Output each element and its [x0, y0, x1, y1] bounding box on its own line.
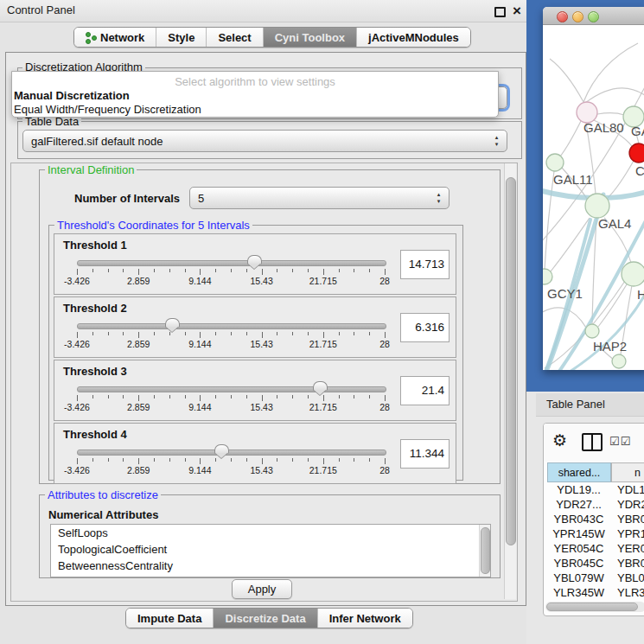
tab-network[interactable]: Network [74, 28, 156, 47]
checkboxes-icon[interactable]: ☑☑ [609, 435, 631, 448]
network-node-label: C [635, 163, 644, 178]
control-panel: Control Panel × NetworkStyleSelectCyni T… [0, 0, 527, 644]
vertical-scrollbar-thumb[interactable] [506, 177, 516, 545]
tick-mark [262, 458, 263, 464]
cell-shared-name: YDL19... [547, 482, 610, 497]
tick-mark [215, 332, 216, 335]
network-node-label: GAL80 [583, 120, 624, 135]
bottom-tab-discretize-data[interactable]: Discretize Data [213, 609, 316, 628]
algorithm-option[interactable]: Manual Discretization [14, 89, 130, 102]
table-row[interactable]: YLR345WYLR3 [547, 585, 644, 600]
table-toolbar: ⚙ ☑☑ [544, 424, 644, 462]
network-node-label: GAL11 [553, 172, 593, 187]
table-row[interactable]: YPR145WYPR1 [547, 526, 644, 541]
attribute-list-item[interactable]: BetweennessCentrality [51, 558, 490, 574]
tick-mark [369, 269, 370, 272]
vertical-scrollbar[interactable] [504, 163, 516, 599]
threshold-value-field[interactable]: 21.4 [400, 376, 450, 405]
tick-label: -3.426 [64, 276, 90, 286]
tick-mark [323, 458, 324, 464]
bottom-tab-impute-data[interactable]: Impute Data [126, 609, 213, 628]
tick-label: 21.715 [309, 339, 337, 349]
tick-mark [277, 458, 277, 462]
threshold-slider-thumb[interactable] [313, 381, 328, 391]
panel-title: Control Panel [7, 3, 75, 16]
column-header-shared[interactable]: shared... [547, 462, 611, 482]
tick-label: 2.859 [127, 276, 150, 286]
tick-mark [215, 395, 216, 399]
table-data-combobox[interactable]: galFiltered.sif default node ▴▾ [22, 130, 507, 152]
column-header-name[interactable]: n [611, 462, 644, 482]
cell-shared-name: YER054C [547, 541, 610, 556]
network-edge [585, 88, 644, 103]
stepper-arrows-icon: ▴▾ [435, 191, 443, 205]
float-window-icon[interactable] [494, 7, 506, 17]
tab-select[interactable]: Select [206, 28, 262, 47]
tick-mark [231, 332, 232, 335]
threshold-panel: Threshold 2-3.4262.8599.14415.4321.71528… [54, 296, 456, 358]
tab-style[interactable]: Style [156, 28, 206, 47]
threshold-slider-thumb[interactable] [214, 444, 229, 454]
threshold-value-field[interactable]: 11.344 [400, 439, 450, 469]
network-canvas[interactable]: GAL80GACGAL11GAL4GCY1HHAP2 [543, 24, 644, 370]
threshold-label: Threshold 2 [63, 302, 127, 315]
mac-zoom-icon[interactable] [588, 11, 599, 22]
tick-mark [277, 332, 277, 335]
list-scrollbar[interactable] [479, 525, 490, 577]
tick-mark [169, 395, 170, 399]
columns-icon[interactable] [582, 433, 603, 451]
tick-mark [246, 332, 247, 335]
threshold-slider-track[interactable] [77, 386, 386, 392]
threshold-slider-track[interactable] [77, 260, 386, 266]
threshold-slider-thumb[interactable] [247, 255, 262, 265]
table-row[interactable]: YBR045CYBR0 [547, 556, 644, 571]
network-graph: GAL80GACGAL11GAL4GCY1HHAP2 [543, 24, 644, 370]
network-node-gal11[interactable] [546, 154, 564, 171]
attribute-list-item[interactable]: SelfLoops [51, 525, 490, 541]
network-window-titlebar[interactable] [543, 7, 644, 25]
mac-minimize-icon[interactable] [572, 11, 583, 22]
mac-close-icon[interactable] [557, 11, 568, 22]
horizontal-scrollbar-thumb[interactable] [546, 603, 638, 611]
threshold-slider-track[interactable] [77, 450, 386, 456]
tick-label: 21.715 [309, 402, 337, 412]
thresholds-group-legend: Threshold's Coordinates for 5 Intervals [54, 219, 252, 232]
table-row[interactable]: YBR043CYBR0 [547, 512, 644, 526]
slider-tick-labels: -3.4262.8599.14415.4321.71528 [77, 276, 385, 287]
algorithm-option[interactable]: Equal Width/Frequency Discretization [14, 103, 201, 116]
numerical-attributes-list: SelfLoopsTopologicalCoefficientBetweenne… [50, 524, 491, 577]
app-root: Control Panel × NetworkStyleSelectCyni T… [0, 0, 644, 644]
apply-button[interactable]: Apply [232, 579, 292, 599]
threshold-slider-track[interactable] [77, 323, 386, 329]
attributes-group-legend: Attributes to discretize [45, 488, 161, 501]
table-rows: YDL19...YDL1YDR27...YDR2YBR043CYBR0YPR14… [547, 482, 644, 615]
gear-icon[interactable]: ⚙ [552, 430, 567, 450]
network-node-hap2[interactable] [585, 324, 599, 338]
network-node-h[interactable] [622, 262, 644, 286]
table-row[interactable]: YER054CYER0 [547, 541, 644, 556]
network-edge [550, 59, 583, 102]
tick-mark [354, 395, 354, 399]
close-icon[interactable]: × [513, 1, 521, 21]
list-scrollbar-thumb[interactable] [481, 527, 490, 574]
number-of-intervals-combobox[interactable]: 5 ▴▾ [189, 187, 450, 209]
cell-shared-name: YBR043C [547, 512, 610, 526]
network-node-gal4[interactable] [585, 194, 609, 218]
table-row[interactable]: YDL19...YDL1 [547, 482, 644, 497]
tick-mark [77, 458, 78, 464]
tick-mark [308, 395, 309, 399]
network-node-c[interactable] [629, 143, 644, 163]
network-node[interactable] [612, 354, 626, 368]
attribute-list-item[interactable]: TopologicalCoefficient [51, 541, 490, 558]
table-row[interactable]: YBL079WYBL0 [547, 571, 644, 585]
tab-cyni-toolbox[interactable]: Cyni Toolbox [263, 28, 356, 47]
table-row[interactable]: YDR27...YDR2 [547, 497, 644, 512]
tick-mark [339, 395, 340, 399]
tab-jactivemnodules[interactable]: jActiveMNodules [356, 28, 470, 47]
bottom-tab-infer-network[interactable]: Infer Network [317, 609, 412, 628]
threshold-value-field[interactable]: 14.713 [400, 250, 450, 279]
threshold-value-field[interactable]: 6.316 [400, 313, 450, 342]
horizontal-scrollbar[interactable] [545, 602, 644, 612]
threshold-panel: Threshold 1-3.4262.8599.14415.4321.71528… [54, 233, 456, 295]
threshold-slider-thumb[interactable] [165, 318, 180, 328]
